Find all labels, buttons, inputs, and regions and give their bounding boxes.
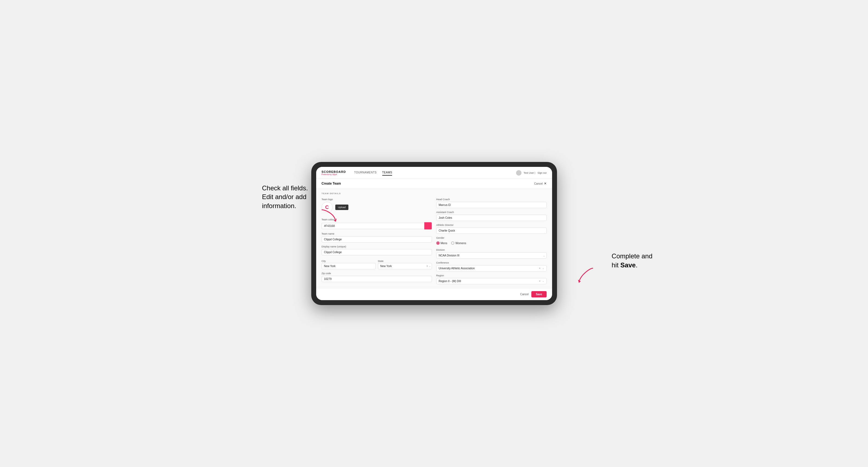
gender-label: Gender	[436, 237, 547, 239]
state-select-wrapper: × ⌄	[378, 263, 432, 269]
conference-clear-icon[interactable]: ×	[539, 267, 540, 270]
gender-radio-group: Mens Womens	[436, 240, 547, 246]
team-name-label: Team name	[322, 232, 432, 235]
region-value: Region II - (M) DIII	[439, 280, 461, 283]
page-header: Create Team Cancel ✕	[316, 179, 552, 188]
division-input[interactable]	[436, 252, 547, 259]
team-colour-group: Team colour	[322, 218, 432, 230]
form-left-column: Team logo C Upload Team colour	[322, 198, 432, 284]
division-group: Division ⌄	[436, 249, 547, 259]
color-input-wrapper	[322, 222, 432, 230]
arrow-right-icon	[577, 266, 596, 283]
conference-label: Conference	[436, 261, 547, 264]
gender-group: Gender Mens Womens	[436, 237, 547, 246]
head-coach-group: Head Coach	[436, 198, 547, 208]
athletic-director-label: Athletic Director	[436, 224, 547, 226]
athletic-director-group: Athletic Director	[436, 224, 547, 234]
state-group: State × ⌄	[378, 258, 432, 269]
user-name: Test User |	[524, 172, 535, 174]
region-clear-icon[interactable]: ×	[539, 280, 540, 283]
brand-title: SCOREBOARD	[322, 170, 346, 174]
form-footer: Cancel Save	[316, 288, 552, 300]
form-container: TEAM DETAILS Team logo C Upload	[316, 188, 552, 288]
navbar: SCOREBOARD Powered by clippit TOURNAMENT…	[316, 167, 552, 179]
womens-radio-button[interactable]	[451, 242, 454, 245]
form-grid: Team logo C Upload Team colour	[322, 198, 547, 284]
mens-radio-button[interactable]	[436, 242, 440, 245]
team-logo-group: Team logo C Upload	[322, 198, 432, 216]
city-group: City	[322, 258, 376, 269]
conference-dropdown[interactable]: University Athletic Association × ⌄	[436, 265, 547, 272]
display-name-input[interactable]	[322, 249, 432, 255]
head-coach-label: Head Coach	[436, 198, 547, 201]
assistant-coach-label: Assistant Coach	[436, 211, 547, 214]
nav-tournaments[interactable]: TOURNAMENTS	[354, 170, 377, 176]
section-label: TEAM DETAILS	[322, 192, 547, 195]
header-cancel-button[interactable]: Cancel ✕	[534, 182, 546, 185]
gender-womens-option[interactable]: Womens	[451, 242, 466, 245]
city-label: City	[322, 260, 326, 262]
state-label: State	[378, 260, 383, 262]
brand-subtitle: Powered by clippit	[322, 174, 346, 175]
team-logo-label: Team logo	[322, 198, 432, 201]
close-icon: ✕	[544, 182, 547, 185]
state-input[interactable]	[378, 263, 432, 269]
city-state-group: City State × ⌄	[322, 258, 432, 269]
team-colour-label: Team colour	[322, 218, 432, 221]
display-name-group: Display name (unique)	[322, 245, 432, 255]
assistant-coach-group: Assistant Coach	[436, 211, 547, 221]
page-wrapper: Check all fields. Edit and/or add inform…	[270, 162, 598, 305]
region-group: Region Region II - (M) DIII × ⌄	[436, 274, 547, 284]
mens-label: Mens	[441, 242, 447, 245]
region-arrow-icon: ⌄	[542, 280, 544, 282]
form-right-column: Head Coach Assistant Coach Athletic Dire…	[436, 198, 547, 284]
tablet-device: SCOREBOARD Powered by clippit TOURNAMENT…	[311, 162, 557, 305]
state-clear-icon[interactable]: ×	[427, 264, 428, 268]
display-name-label: Display name (unique)	[322, 245, 432, 248]
state-arrow-icon: ⌄	[429, 265, 431, 268]
navbar-right: Test User | Sign out	[516, 170, 547, 176]
division-select-wrapper: ⌄	[436, 252, 547, 259]
head-coach-input[interactable]	[436, 202, 547, 208]
nav-teams[interactable]: TEAMS	[382, 170, 392, 176]
region-dropdown[interactable]: Region II - (M) DIII × ⌄	[436, 278, 547, 284]
conference-arrow-icon: ⌄	[542, 267, 544, 270]
color-swatch[interactable]	[424, 222, 432, 230]
team-name-input[interactable]	[322, 236, 432, 243]
annotation-right: Complete and hit Save.	[612, 252, 652, 270]
womens-label: Womens	[456, 242, 466, 245]
conference-value: University Athletic Association	[439, 267, 475, 270]
team-colour-input[interactable]	[322, 223, 424, 229]
division-label: Division	[436, 249, 547, 251]
city-state-row: City State × ⌄	[322, 258, 432, 269]
cancel-button[interactable]: Cancel	[520, 293, 529, 296]
page-title: Create Team	[322, 182, 341, 185]
city-input[interactable]	[322, 263, 376, 269]
signout-link[interactable]: Sign out	[537, 172, 546, 174]
logo-area: C Upload	[322, 202, 432, 213]
zip-label: Zip code	[322, 272, 432, 275]
annotation-left: Check all fields. Edit and/or add inform…	[262, 184, 308, 210]
assistant-coach-input[interactable]	[436, 215, 547, 221]
save-button[interactable]: Save	[531, 291, 546, 298]
region-label: Region	[436, 274, 547, 277]
zip-input[interactable]	[322, 276, 432, 282]
main-nav: TOURNAMENTS TEAMS	[354, 170, 516, 176]
tablet-screen: SCOREBOARD Powered by clippit TOURNAMENT…	[316, 167, 552, 300]
arrow-left-icon	[319, 207, 338, 222]
gender-mens-option[interactable]: Mens	[436, 242, 447, 245]
team-name-group: Team name	[322, 232, 432, 243]
zip-group: Zip code	[322, 272, 432, 282]
brand-logo: SCOREBOARD Powered by clippit	[322, 170, 346, 175]
athletic-director-input[interactable]	[436, 227, 547, 234]
user-avatar	[516, 170, 522, 176]
conference-group: Conference University Athletic Associati…	[436, 261, 547, 272]
